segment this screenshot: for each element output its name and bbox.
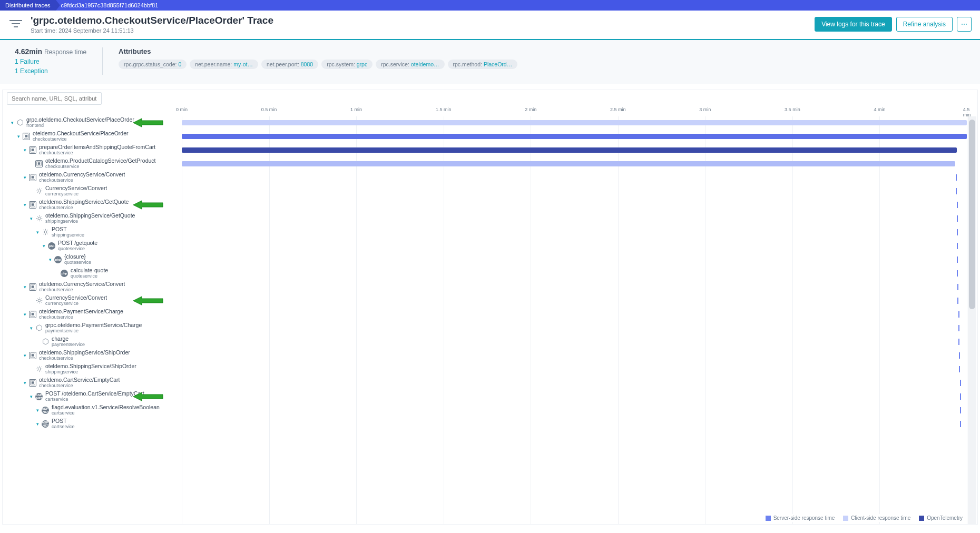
span-bar[interactable] (182, 120, 967, 125)
span-tree-cell[interactable]: ▾php{closure}quoteservice (3, 253, 182, 265)
response-time-label: Response time (44, 48, 86, 56)
span-row[interactable]: ▾oteldemo.CartService/EmptyCartcheckouts… (3, 377, 977, 390)
view-logs-button[interactable]: View logs for this trace (815, 17, 892, 32)
span-row[interactable]: ▾POSTshippingservice (3, 226, 977, 240)
refine-analysis-button[interactable]: Refine analysis (896, 17, 953, 32)
span-tree-cell[interactable]: ▾oteldemo.ShippingService/GetQuotechecko… (3, 199, 182, 211)
span-row[interactable]: ▾ASP.NETflagd.evaluation.v1.Service/Reso… (3, 404, 977, 418)
span-tree-cell[interactable]: ▾prepareOrderItemsAndShippingQuoteFromCa… (3, 144, 182, 156)
ruler-tick: 3 min (699, 107, 711, 112)
scrollbar-thumb[interactable] (969, 120, 975, 309)
span-tree-cell[interactable]: ▾POSTshippingservice (3, 226, 182, 238)
span-tree-cell[interactable]: CurrencyService/Convertcurrencyservice (3, 185, 182, 197)
span-service: quoteservice (71, 274, 108, 279)
span-tree-cell[interactable]: chargepaymentservice (3, 335, 182, 348)
expand-toggle[interactable]: ▾ (22, 202, 28, 208)
span-tree-cell[interactable]: oteldemo.ShippingService/ShipOrdershippi… (3, 363, 182, 375)
span-name: POST (52, 226, 84, 233)
trace-scroll[interactable]: ▾grpc.oteldemo.CheckoutService/PlaceOrde… (3, 116, 977, 524)
attribute-chip[interactable]: rpc.service: oteldemo… (376, 60, 444, 69)
breadcrumb-root[interactable]: Distributed traces (0, 0, 56, 11)
span-bar[interactable] (182, 134, 967, 139)
hex-icon (42, 338, 49, 346)
attribute-chip[interactable]: rpc.method: PlaceOrd… (448, 60, 518, 69)
expand-toggle[interactable]: ▾ (34, 421, 41, 427)
span-row[interactable]: chargepaymentservice (3, 335, 977, 349)
search-input[interactable] (7, 92, 102, 105)
span-row[interactable]: ▾oteldemo.CheckoutService/PlaceOrderchec… (3, 130, 977, 144)
span-row[interactable]: ▾oteldemo.CurrencyService/Convertcheckou… (3, 171, 977, 185)
php-icon: php (54, 256, 62, 263)
span-row[interactable]: CurrencyService/Convertcurrencyservice (3, 294, 977, 308)
span-tree-cell[interactable]: CurrencyService/Convertcurrencyservice (3, 294, 182, 307)
span-bar[interactable] (182, 161, 955, 166)
span-tree-cell[interactable]: ▾oteldemo.CheckoutService/PlaceOrderchec… (3, 130, 182, 142)
expand-toggle[interactable]: ▾ (22, 284, 28, 290)
trace-area: 0 min0.5 min1 min1.5 min2 min2.5 min3 mi… (2, 90, 978, 525)
span-row[interactable]: ▾oteldemo.PaymentService/Chargecheckouts… (3, 308, 977, 322)
span-tree-cell[interactable]: ▾oteldemo.PaymentService/Chargecheckouts… (3, 308, 182, 320)
span-row[interactable]: oteldemo.ProductCatalogService/GetProduc… (3, 157, 977, 171)
span-row[interactable]: oteldemo.ShippingService/ShipOrdershippi… (3, 363, 977, 377)
span-service: checkoutservice (39, 288, 125, 293)
span-row[interactable]: ▾oteldemo.ShippingService/GetQuotechecko… (3, 199, 977, 212)
span-tree-cell[interactable]: ▾ASP.NETPOST /oteldemo.CartService/Empty… (3, 390, 182, 402)
expand-toggle[interactable]: ▾ (28, 394, 34, 399)
svg-marker-57 (36, 325, 42, 331)
span-tree-cell[interactable]: ▾grpc.oteldemo.PaymentService/Chargepaym… (3, 322, 182, 334)
span-tick (957, 256, 958, 263)
span-row[interactable]: ▾php{closure}quoteservice (3, 253, 977, 267)
expand-toggle[interactable]: ▾ (28, 325, 34, 331)
expand-toggle[interactable]: ▾ (9, 120, 15, 125)
span-tree-cell[interactable]: phpcalculate-quotequoteservice (3, 267, 182, 279)
span-row[interactable]: ▾oteldemo.CurrencyService/Convertcheckou… (3, 281, 977, 294)
svg-line-67 (41, 371, 41, 371)
span-tree-cell[interactable]: ▾oteldemo.ShippingService/GetQuoteshippi… (3, 212, 182, 224)
span-tree-cell[interactable]: ▾ASP.NETflagd.evaluation.v1.Service/Reso… (3, 404, 182, 416)
expand-toggle[interactable]: ▾ (22, 175, 28, 180)
span-row[interactable]: CurrencyService/Convertcurrencyservice (3, 185, 977, 199)
failure-count[interactable]: 1 (15, 58, 18, 65)
span-row[interactable]: ▾ASP.NETPOSTcartservice (3, 418, 977, 431)
span-tree-cell[interactable]: ▾oteldemo.CurrencyService/Convertcheckou… (3, 171, 182, 183)
expand-toggle[interactable]: ▾ (41, 243, 47, 249)
span-row[interactable]: ▾grpc.oteldemo.PaymentService/Chargepaym… (3, 322, 977, 335)
breadcrumb-trace-id[interactable]: c9fdcd3a1957c38d855f71d6024bbf81 (56, 0, 164, 11)
expand-toggle (28, 367, 34, 372)
span-tree-cell[interactable]: ▾grpc.oteldemo.CheckoutService/PlaceOrde… (3, 116, 182, 129)
expand-toggle[interactable]: ▾ (15, 134, 22, 139)
expand-toggle[interactable]: ▾ (28, 216, 34, 221)
svg-line-66 (37, 367, 37, 368)
expand-toggle[interactable]: ▾ (22, 380, 28, 386)
attribute-chip[interactable]: net.peer.name: my-ot… (190, 60, 258, 69)
span-bar[interactable] (182, 147, 957, 153)
span-row[interactable]: ▾grpc.oteldemo.CheckoutService/PlaceOrde… (3, 116, 977, 130)
attribute-chip[interactable]: rpc.grpc.status_code: 0 (119, 60, 187, 69)
expand-toggle[interactable]: ▾ (22, 147, 28, 153)
exception-count[interactable]: 1 (15, 67, 18, 75)
span-row[interactable]: ▾phpPOST /getquotequoteservice (3, 240, 977, 253)
span-tree-cell[interactable]: ▾ASP.NETPOSTcartservice (3, 418, 182, 430)
vertical-scrollbar[interactable] (968, 116, 976, 524)
more-actions-button[interactable]: ⋯ (957, 17, 972, 32)
attribute-chip[interactable]: net.peer.port: 8080 (261, 60, 318, 69)
span-tree-cell[interactable]: ▾phpPOST /getquotequoteservice (3, 240, 182, 252)
expand-toggle[interactable]: ▾ (22, 353, 28, 358)
attribute-chip[interactable]: rpc.system: grpc (321, 60, 373, 69)
span-tree-cell[interactable]: ▾oteldemo.CartService/EmptyCartcheckouts… (3, 377, 182, 389)
span-row[interactable]: ▾ASP.NETPOST /oteldemo.CartService/Empty… (3, 390, 977, 404)
span-row[interactable]: ▾oteldemo.ShippingService/GetQuoteshippi… (3, 212, 977, 226)
expand-toggle[interactable]: ▾ (34, 408, 41, 413)
span-row[interactable]: ▾oteldemo.ShippingService/ShipOrdercheck… (3, 349, 977, 363)
span-tree-cell[interactable]: ▾oteldemo.CurrencyService/Convertcheckou… (3, 281, 182, 293)
exception-label[interactable]: Exception (20, 67, 48, 75)
expand-toggle[interactable]: ▾ (47, 257, 53, 262)
expand-toggle[interactable]: ▾ (34, 230, 41, 235)
failure-label[interactable]: Failure (20, 58, 40, 65)
expand-toggle[interactable]: ▾ (22, 312, 28, 317)
span-tree-cell[interactable]: oteldemo.ProductCatalogService/GetProduc… (3, 157, 182, 170)
span-row[interactable]: phpcalculate-quotequoteservice (3, 267, 977, 281)
span-name: POST /oteldemo.CartService/EmptyCart (45, 391, 144, 397)
span-tree-cell[interactable]: ▾oteldemo.ShippingService/ShipOrdercheck… (3, 349, 182, 361)
span-row[interactable]: ▾prepareOrderItemsAndShippingQuoteFromCa… (3, 144, 977, 157)
